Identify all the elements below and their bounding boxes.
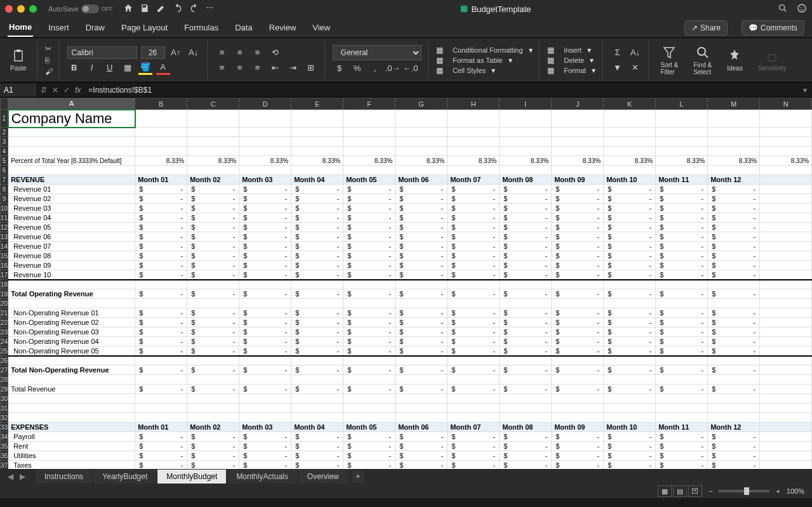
cell[interactable]: $- xyxy=(343,327,396,337)
cell[interactable]: $- xyxy=(552,213,604,223)
cell[interactable] xyxy=(656,147,708,156)
cell[interactable] xyxy=(708,147,760,156)
cell[interactable] xyxy=(708,137,760,147)
cell[interactable]: $- xyxy=(135,185,187,194)
ideas-button[interactable]: Ideas xyxy=(723,48,746,72)
sheet-tab[interactable]: MonthlyActuals xyxy=(227,470,296,484)
cell[interactable]: $- xyxy=(708,251,760,261)
cell[interactable] xyxy=(291,128,343,137)
cell[interactable] xyxy=(239,394,291,404)
col-header[interactable]: I xyxy=(500,98,552,110)
cell[interactable] xyxy=(239,375,291,385)
cell[interactable]: $- xyxy=(500,318,552,327)
cell[interactable]: $- xyxy=(500,261,552,270)
cell[interactable]: $- xyxy=(552,308,604,318)
cell[interactable] xyxy=(135,280,187,289)
cell[interactable]: $- xyxy=(396,327,448,337)
cell[interactable]: $- xyxy=(343,451,396,461)
cell[interactable]: $- xyxy=(448,365,500,375)
cell[interactable]: $- xyxy=(291,318,343,327)
align-middle-icon[interactable]: ≡ xyxy=(233,46,247,60)
comments-button[interactable]: 💬 Comments xyxy=(742,20,804,36)
cell[interactable]: $- xyxy=(708,204,760,213)
insert-cells-button[interactable]: ▦ Insert ▾ xyxy=(547,46,596,55)
cell[interactable]: $- xyxy=(291,261,343,270)
tab-insert[interactable]: Insert xyxy=(47,19,70,36)
cell[interactable] xyxy=(135,137,187,147)
cell[interactable] xyxy=(604,110,656,128)
cell[interactable]: $- xyxy=(708,385,760,394)
cell[interactable]: $- xyxy=(656,289,708,299)
cell[interactable] xyxy=(448,394,500,404)
cell[interactable] xyxy=(552,128,604,137)
cell[interactable]: $- xyxy=(708,461,760,470)
cell[interactable]: $- xyxy=(708,185,760,194)
normal-view-icon[interactable]: ▦ xyxy=(658,485,672,497)
cell[interactable]: $- xyxy=(291,289,343,299)
comma-icon[interactable]: , xyxy=(368,62,382,76)
sheet-tab[interactable]: Overview xyxy=(298,470,348,484)
cell[interactable] xyxy=(708,299,760,308)
sheet-tab[interactable]: YearlyBudget xyxy=(93,470,156,484)
cell[interactable]: $- xyxy=(552,327,604,337)
cell[interactable] xyxy=(396,280,448,289)
cell[interactable]: $- xyxy=(343,204,396,213)
cell[interactable]: $- xyxy=(604,289,656,299)
cell[interactable] xyxy=(291,166,343,175)
cell[interactable]: $- xyxy=(604,327,656,337)
cell[interactable]: $- xyxy=(239,289,291,299)
cell[interactable]: $- xyxy=(656,451,708,461)
cell[interactable] xyxy=(239,166,291,175)
cell[interactable]: $- xyxy=(604,432,656,442)
home-icon[interactable] xyxy=(123,3,133,15)
cell[interactable]: $- xyxy=(448,346,500,356)
cell[interactable]: $- xyxy=(343,242,396,251)
cell[interactable] xyxy=(604,394,656,404)
cell[interactable] xyxy=(135,404,187,413)
cell[interactable] xyxy=(187,110,239,128)
cell[interactable] xyxy=(239,356,291,365)
cell[interactable]: $- xyxy=(187,223,239,232)
cell[interactable] xyxy=(187,413,239,423)
cell[interactable] xyxy=(187,137,239,147)
cell[interactable]: $- xyxy=(448,461,500,470)
cell[interactable]: $- xyxy=(552,346,604,356)
cell[interactable] xyxy=(500,375,552,385)
decrease-decimal-icon[interactable]: ←.0 xyxy=(404,62,418,76)
cell[interactable]: $- xyxy=(343,318,396,327)
cell[interactable] xyxy=(552,137,604,147)
cell[interactable]: $- xyxy=(552,232,604,242)
cell[interactable] xyxy=(396,166,448,175)
cell[interactable] xyxy=(343,147,396,156)
italic-button[interactable]: I xyxy=(85,61,99,75)
cell[interactable] xyxy=(343,356,396,365)
cell[interactable]: $- xyxy=(187,318,239,327)
cell[interactable] xyxy=(760,299,812,308)
cell[interactable] xyxy=(135,375,187,385)
cell[interactable] xyxy=(708,394,760,404)
cell[interactable] xyxy=(187,375,239,385)
cell[interactable]: $- xyxy=(500,289,552,299)
cell[interactable]: $- xyxy=(448,308,500,318)
cell[interactable] xyxy=(187,356,239,365)
cell[interactable]: $- xyxy=(604,385,656,394)
cell[interactable] xyxy=(656,166,708,175)
cell[interactable]: $- xyxy=(708,261,760,270)
cell[interactable] xyxy=(448,166,500,175)
cell[interactable]: $- xyxy=(552,461,604,470)
cell[interactable] xyxy=(343,280,396,289)
cell[interactable] xyxy=(500,394,552,404)
cell[interactable] xyxy=(708,110,760,128)
cell[interactable]: $- xyxy=(291,194,343,204)
cell[interactable]: $- xyxy=(656,232,708,242)
sheet-tab[interactable]: Instructions xyxy=(36,470,92,484)
cell[interactable] xyxy=(187,299,239,308)
cell[interactable]: $- xyxy=(187,461,239,470)
redo-icon[interactable] xyxy=(189,3,199,15)
cell[interactable]: $- xyxy=(604,185,656,194)
cell[interactable]: $- xyxy=(552,251,604,261)
number-format-select[interactable]: General xyxy=(333,45,422,60)
cell[interactable]: $- xyxy=(656,385,708,394)
cell[interactable]: $- xyxy=(239,327,291,337)
col-header[interactable]: H xyxy=(448,98,500,110)
